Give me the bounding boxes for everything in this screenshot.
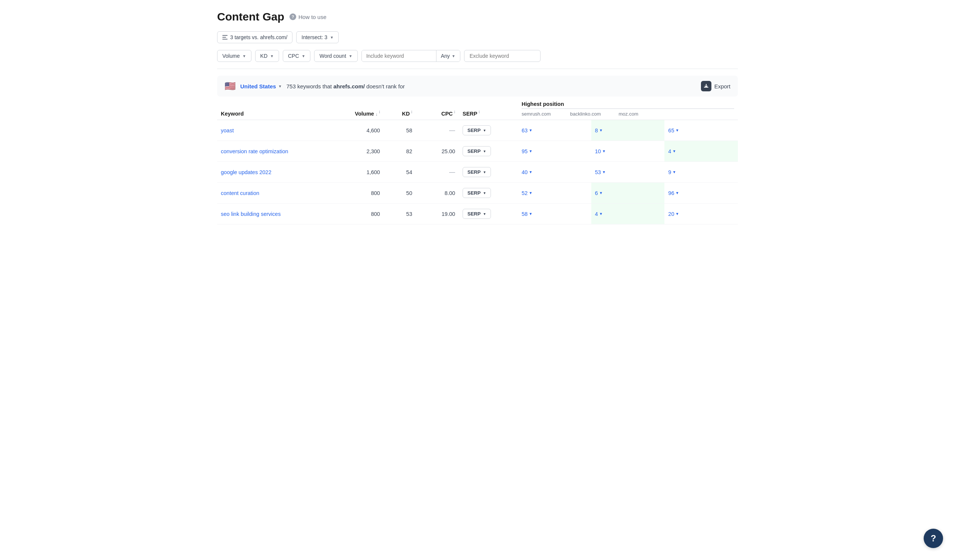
pos-moz[interactable]: 4▼ bbox=[668, 148, 734, 154]
cell-serp: SERP ▼ bbox=[459, 120, 518, 141]
cell-semrush: 52▼ bbox=[518, 183, 591, 204]
targets-filter-button[interactable]: 3 targets vs. ahrefs.com/ bbox=[217, 31, 293, 43]
serp-button[interactable]: SERP ▼ bbox=[463, 167, 491, 177]
cell-serp: SERP ▼ bbox=[459, 204, 518, 225]
cell-volume: 4,600 bbox=[324, 120, 384, 141]
table-body: yoast 4,600 58 — SERP ▼ 63▼ 8▼ 65▼ conve… bbox=[217, 120, 738, 225]
pos-moz[interactable]: 65▼ bbox=[668, 128, 734, 134]
highest-pos-header-label: Highest position bbox=[521, 101, 734, 109]
volume-label: Volume bbox=[222, 53, 240, 59]
sub-header-semrush: semrush.com bbox=[521, 111, 570, 117]
cell-cpc: 8.00 bbox=[416, 183, 459, 204]
table-row: google updates 2022 1,600 54 — SERP ▼ 40… bbox=[217, 162, 738, 183]
cell-moz: 20▼ bbox=[664, 204, 738, 225]
cell-serp: SERP ▼ bbox=[459, 183, 518, 204]
serp-button[interactable]: SERP ▼ bbox=[463, 125, 491, 135]
kd-filter[interactable]: KD ▼ bbox=[255, 50, 279, 62]
pos-backlinko[interactable]: 10▼ bbox=[595, 148, 661, 154]
keyword-link[interactable]: content curation bbox=[221, 190, 259, 196]
cell-keyword: content curation bbox=[217, 183, 324, 204]
cell-volume: 800 bbox=[324, 204, 384, 225]
export-icon bbox=[701, 81, 711, 91]
sub-header-moz: moz.com bbox=[618, 111, 667, 117]
keyword-link[interactable]: conversion rate optimization bbox=[221, 148, 288, 154]
intersect-caret: ▼ bbox=[330, 36, 334, 39]
cell-moz: 9▼ bbox=[664, 162, 738, 183]
cell-keyword: conversion rate optimization bbox=[217, 141, 324, 162]
word-count-label: Word count bbox=[319, 53, 346, 59]
cell-moz: 96▼ bbox=[664, 183, 738, 204]
help-icon: ? bbox=[290, 13, 296, 20]
keyword-link[interactable]: google updates 2022 bbox=[221, 169, 271, 175]
info-left: 🇺🇸 United States ▼ 753 keywords that ahr… bbox=[225, 81, 405, 91]
keyword-link[interactable]: yoast bbox=[221, 128, 234, 134]
serp-info-icon: i bbox=[479, 109, 479, 114]
pos-semrush[interactable]: 58▼ bbox=[521, 211, 587, 217]
pos-moz[interactable]: 9▼ bbox=[668, 169, 734, 175]
pos-backlinko[interactable]: 53▼ bbox=[595, 169, 661, 175]
pos-semrush[interactable]: 63▼ bbox=[521, 128, 587, 134]
serp-button[interactable]: SERP ▼ bbox=[463, 188, 491, 198]
kd-info-icon: i bbox=[412, 109, 412, 114]
how-to-use-link[interactable]: ? How to use bbox=[290, 13, 326, 20]
volume-sort-icon: ↓ bbox=[376, 112, 378, 116]
pos-backlinko[interactable]: 8▼ bbox=[595, 128, 661, 134]
th-kd: KD i bbox=[384, 97, 416, 120]
cell-backlinko: 4▼ bbox=[591, 204, 665, 225]
word-count-filter[interactable]: Word count ▼ bbox=[314, 50, 357, 62]
cell-kd: 54 bbox=[384, 162, 416, 183]
cell-keyword: yoast bbox=[217, 120, 324, 141]
domain-text: ahrefs.com/ bbox=[333, 83, 365, 89]
country-selector[interactable]: United States ▼ bbox=[240, 83, 282, 89]
summary-suffix: doesn't rank for bbox=[366, 83, 405, 89]
cell-keyword: google updates 2022 bbox=[217, 162, 324, 183]
export-label: Export bbox=[714, 83, 730, 89]
cell-volume: 2,300 bbox=[324, 141, 384, 162]
any-label: Any bbox=[441, 53, 450, 59]
cell-kd: 53 bbox=[384, 204, 416, 225]
targets-label: 3 targets vs. ahrefs.com/ bbox=[230, 34, 287, 40]
cell-semrush: 58▼ bbox=[518, 204, 591, 225]
th-keyword: Keyword bbox=[217, 97, 324, 120]
serp-button[interactable]: SERP ▼ bbox=[463, 146, 491, 156]
serp-button[interactable]: SERP ▼ bbox=[463, 209, 491, 219]
table-row: conversion rate optimization 2,300 82 25… bbox=[217, 141, 738, 162]
pos-semrush[interactable]: 40▼ bbox=[521, 169, 587, 175]
cell-volume: 800 bbox=[324, 183, 384, 204]
cell-semrush: 95▼ bbox=[518, 141, 591, 162]
include-keyword-wrapper: Any ▼ bbox=[362, 50, 460, 62]
th-volume[interactable]: Volume ↓ i bbox=[324, 97, 384, 120]
cell-backlinko: 8▼ bbox=[591, 120, 665, 141]
info-bar: 🇺🇸 United States ▼ 753 keywords that ahr… bbox=[217, 76, 738, 97]
any-caret: ▼ bbox=[452, 54, 456, 58]
keyword-link[interactable]: seo link building services bbox=[221, 211, 280, 217]
filter-icon bbox=[222, 35, 227, 39]
exclude-keyword-input[interactable] bbox=[464, 50, 540, 62]
info-text: 753 keywords that ahrefs.com/ doesn't ra… bbox=[286, 83, 405, 89]
intersect-dropdown[interactable]: Intersect: 3 ▼ bbox=[296, 31, 339, 43]
cell-volume: 1,600 bbox=[324, 162, 384, 183]
pos-semrush[interactable]: 52▼ bbox=[521, 190, 587, 196]
pos-backlinko[interactable]: 6▼ bbox=[595, 190, 661, 196]
export-button[interactable]: Export bbox=[701, 81, 730, 91]
country-label: United States bbox=[240, 83, 276, 89]
pos-semrush[interactable]: 95▼ bbox=[521, 148, 587, 154]
volume-info-icon: i bbox=[379, 109, 380, 114]
word-count-caret: ▼ bbox=[349, 54, 352, 58]
cell-cpc: 19.00 bbox=[416, 204, 459, 225]
cell-serp: SERP ▼ bbox=[459, 162, 518, 183]
cell-backlinko: 53▼ bbox=[591, 162, 665, 183]
intersect-label: Intersect: 3 bbox=[301, 34, 327, 40]
cell-serp: SERP ▼ bbox=[459, 141, 518, 162]
any-dropdown[interactable]: Any ▼ bbox=[436, 50, 460, 61]
cpc-filter[interactable]: CPC ▼ bbox=[283, 50, 310, 62]
cell-backlinko: 6▼ bbox=[591, 183, 665, 204]
country-caret: ▼ bbox=[278, 84, 282, 88]
summary-text: 753 keywords that bbox=[286, 83, 332, 89]
pos-moz[interactable]: 20▼ bbox=[668, 211, 734, 217]
pos-moz[interactable]: 96▼ bbox=[668, 190, 734, 196]
include-keyword-input[interactable] bbox=[362, 50, 436, 61]
table-row: yoast 4,600 58 — SERP ▼ 63▼ 8▼ 65▼ bbox=[217, 120, 738, 141]
volume-filter[interactable]: Volume ▼ bbox=[217, 50, 251, 62]
pos-backlinko[interactable]: 4▼ bbox=[595, 211, 661, 217]
